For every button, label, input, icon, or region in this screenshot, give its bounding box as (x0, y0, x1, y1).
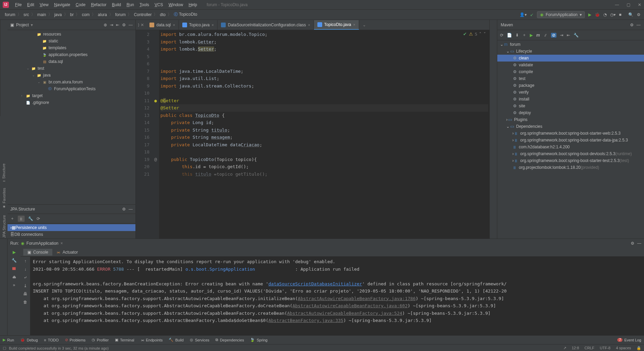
close-icon[interactable]: ✕ (638, 2, 641, 7)
scroll-icon[interactable]: ⤓ (24, 283, 27, 288)
code-text[interactable]: import br.com.alura.forum.modelo.Topico;… (159, 30, 489, 239)
collapse-icon[interactable]: ⇤ (116, 23, 119, 27)
settings-icon[interactable]: ⚙ (637, 12, 641, 17)
crumb-src[interactable]: src (22, 12, 30, 17)
up-icon[interactable]: ↑ (24, 259, 26, 264)
run-config-selector[interactable]: ◉ ForumApplication ▾ (537, 11, 584, 18)
project-tree[interactable]: 📁resources📁static📁templates🍃application.… (8, 30, 135, 204)
tabs-chevron-down-icon[interactable]: ⌄ (360, 23, 368, 27)
maven-org-springframework-boot-spring-boot-starter-data-jpa-2-5-3[interactable]: ›⫼org.springframework.boot:spring-boot-s… (497, 137, 644, 144)
skip-tests-icon[interactable]: ⊘ (551, 33, 556, 38)
endpoints-tool-button[interactable]: ⫘Endpoints (141, 338, 163, 342)
chevron-up-icon[interactable]: ˄ (479, 31, 482, 37)
menu-view[interactable]: View (37, 2, 51, 7)
structure-tool-tab[interactable]: ⫾ Structure (2, 163, 6, 182)
tree-item-application-properties[interactable]: 🍃application.properties (8, 51, 135, 58)
maven-Lifecycle[interactable]: ⌄▭Lifecycle (497, 48, 644, 55)
run-button[interactable]: ▶ (588, 12, 591, 17)
crumb-forum[interactable]: forum (114, 12, 127, 17)
build-icon[interactable]: ↙ (530, 12, 534, 17)
services-tool-button[interactable]: ◎Services (190, 338, 209, 342)
inspection-widget[interactable]: ✔ ⚠ 5 ˄ ˅ (463, 31, 486, 37)
chevron-down-icon[interactable]: ▾ (31, 23, 33, 27)
menu-refactor[interactable]: Refactor (88, 2, 109, 7)
wrap-icon[interactable]: ⤶ (24, 275, 27, 280)
crumb-forum[interactable]: forum (3, 12, 17, 17)
bars-icon[interactable]: ⫼ (18, 216, 25, 222)
hide-icon[interactable]: — (129, 23, 133, 27)
maven-validate[interactable]: ⚙validate (497, 62, 644, 68)
gear-icon[interactable]: ⚙ (122, 23, 126, 27)
code-area[interactable]: 23456789101112131415161718192021 ● @ imp… (136, 30, 489, 239)
menu-vcs[interactable]: VCS (152, 2, 166, 7)
event-log-button[interactable]: 7Event Log (617, 338, 641, 342)
todo-tool-button[interactable]: ≡TODO (44, 338, 59, 342)
encoding[interactable]: UTF-8 (600, 346, 610, 350)
db-connections-row[interactable]: 🗄 DB connections (8, 231, 135, 238)
wrench-icon[interactable]: 🔧 (574, 33, 579, 38)
stop-button[interactable]: ■ (619, 12, 621, 17)
maven-org-springframework-boot-spring-boot-starter-web-2-5-3[interactable]: ›⫼org.springframework.boot:spring-boot-s… (497, 130, 644, 137)
cursor-position[interactable]: 12:8 (572, 346, 579, 350)
add-icon[interactable]: ＋ (522, 32, 526, 38)
hide-icon[interactable]: — (636, 23, 641, 27)
close-icon[interactable]: × (308, 23, 310, 27)
reload-icon[interactable]: ⟳ (500, 33, 503, 38)
editor-tab-DataSourceInitializationConfiguration.class[interactable]: DataSourceInitializationConfiguration.cl… (218, 20, 314, 30)
maven-package[interactable]: ⚙package (497, 82, 644, 89)
profiler-tool-button[interactable]: ◷Profiler (92, 338, 109, 342)
tree-item-java[interactable]: ⌄📁java (8, 72, 135, 79)
stop-icon[interactable]: ⯀ (12, 266, 16, 271)
crumb-dto[interactable]: dto (158, 12, 167, 17)
down-icon[interactable]: ↓ (24, 267, 26, 272)
chevron-down-icon[interactable]: ˅ (484, 31, 486, 37)
menu-window[interactable]: Window (166, 2, 186, 7)
gear-icon[interactable]: ⚙ (631, 241, 634, 246)
menu-build[interactable]: Build (109, 2, 124, 7)
close-icon[interactable]: × (61, 241, 63, 246)
close-icon[interactable]: × (353, 23, 355, 27)
menu-edit[interactable]: Edit (24, 2, 37, 7)
crumb-main[interactable]: main (36, 12, 48, 17)
crumb-com[interactable]: com (80, 12, 91, 17)
maven-org-springframework-boot-spring-boot-starter-test-2-5-3[interactable]: ›⫼org.springframework.boot:spring-boot-s… (497, 157, 644, 164)
locate-icon[interactable]: ⊕ (104, 23, 107, 27)
print-icon[interactable]: 🖶 (23, 292, 27, 296)
console-output[interactable]: Error starting ApplicationContext. To di… (30, 257, 644, 335)
indent[interactable]: 4 spaces (616, 346, 631, 350)
refresh-icon[interactable]: ⟳ (37, 216, 40, 221)
goto-icon[interactable]: ↗ (563, 346, 566, 350)
wrench-icon[interactable]: 🔧 (28, 216, 33, 221)
menu-run[interactable]: Run (124, 2, 137, 7)
maven-com-h2database-h2-1-4-200[interactable]: ⫼com.h2database:h2:1.4.200 (497, 144, 644, 150)
maximize-icon[interactable]: ▢ (627, 2, 630, 7)
maven-site[interactable]: ⚙site (497, 103, 644, 109)
line-separator[interactable]: CRLF (584, 346, 594, 350)
gear-icon[interactable]: ⚙ (630, 23, 634, 27)
build-tool-button[interactable]: 🔨Build (169, 338, 183, 342)
download-icon[interactable]: ⬇ (515, 33, 519, 38)
expand-icon[interactable]: ⇤ (567, 33, 570, 38)
hide-icon[interactable]: — (637, 241, 641, 246)
debug-button[interactable]: 🐞 (595, 12, 600, 17)
user-icon[interactable]: 👤▾ (520, 12, 527, 17)
maven-Dependencies[interactable]: ⌄▭Dependencies (497, 123, 644, 130)
editor-tab-data.sql[interactable]: data.sql× (146, 20, 179, 30)
crumb-alura[interactable]: alura (96, 12, 108, 17)
dependencies-tool-button[interactable]: ⧉Dependencies (215, 338, 244, 342)
tree-item-ForumApplicationTests[interactable]: ⓒForumApplicationTests (8, 85, 135, 92)
add-icon[interactable]: ＋ (10, 216, 14, 221)
minimize-icon[interactable]: — (615, 2, 619, 7)
menu-code[interactable]: Code (73, 2, 88, 7)
close-icon[interactable]: × (212, 23, 214, 27)
maven-test[interactable]: ⚙test (497, 75, 644, 82)
persistence-units-row[interactable]: › ▦ Persistence units (8, 224, 135, 231)
expand-icon[interactable]: ⇥ (110, 23, 113, 27)
hide-icon[interactable]: — (129, 207, 133, 212)
generate-icon[interactable]: 📄 (507, 33, 512, 38)
toggle-offline-icon[interactable]: ⫽ (543, 33, 548, 38)
search-icon[interactable]: 🔍 (628, 12, 633, 17)
console-tab[interactable]: ▣ Console (23, 249, 52, 256)
exit-icon[interactable]: ⏏ (12, 274, 16, 279)
more-icon[interactable]: » (13, 283, 15, 287)
